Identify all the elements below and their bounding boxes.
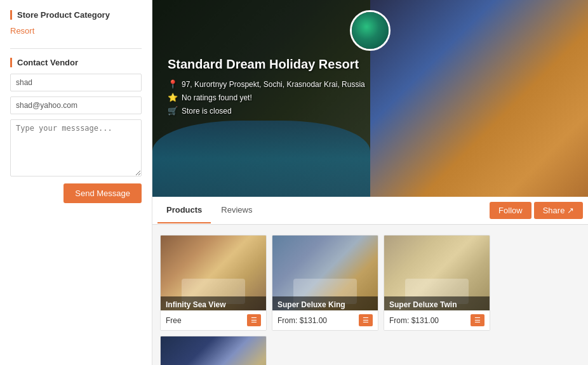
send-message-button[interactable]: Send Message: [63, 183, 142, 203]
category-title: Store Product Category: [10, 10, 142, 20]
hero-banner: Standard Dream Holiday Resort 📍 97, Kuro…: [152, 0, 588, 197]
product-menu-button-3[interactable]: ☰: [471, 314, 484, 326]
product-footer-2: From: $131.00 ☰: [272, 310, 378, 330]
tabs-bar: Products Reviews Follow Share ↗: [152, 197, 588, 225]
product-card-2[interactable]: Super Deluxe King From: $131.00 ☰: [272, 235, 378, 331]
store-name: Standard Dream Holiday Resort: [168, 57, 359, 72]
tabs-actions: Follow Share ↗: [490, 202, 583, 219]
store-ratings-item: ⭐ No ratings found yet!: [168, 93, 365, 102]
product-name-2: Super Deluxe King: [272, 296, 378, 310]
location-icon: 📍: [168, 79, 178, 89]
product-image-1: Infinity Sea View: [161, 236, 266, 310]
product-card-1[interactable]: Infinity Sea View Free ☰: [160, 235, 267, 331]
product-image-3: Super Deluxe Twin: [384, 236, 490, 310]
cart-icon: 🛒: [168, 106, 178, 116]
hero-content: Standard Dream Holiday Resort 📍 97, Kuro…: [152, 0, 588, 197]
tab-products[interactable]: Products: [157, 197, 211, 223]
sidebar-divider: [10, 48, 142, 49]
product-card-4[interactable]: Panorama Ocean Suite From: $544.00 ☰: [160, 336, 267, 365]
product-menu-button-1[interactable]: ☰: [247, 314, 261, 326]
category-link[interactable]: Resort: [10, 26, 34, 36]
contact-form: Send Message: [10, 74, 142, 203]
share-button[interactable]: Share ↗: [534, 202, 583, 219]
category-section: Store Product Category Resort: [10, 10, 142, 36]
follow-button[interactable]: Follow: [490, 202, 531, 219]
product-image-4: Panorama Ocean Suite: [161, 336, 266, 365]
store-ratings: No ratings found yet!: [182, 93, 252, 102]
product-name-3: Super Deluxe Twin: [384, 296, 490, 310]
star-icon: ⭐: [168, 93, 178, 102]
product-price-1: Free: [166, 316, 182, 325]
sidebar: Store Product Category Resort Contact Ve…: [0, 0, 152, 365]
products-grid: Infinity Sea View Free ☰ Super Deluxe Ki…: [152, 225, 588, 365]
store-avatar: [350, 10, 391, 51]
contact-message-input[interactable]: [10, 119, 142, 176]
store-address-item: 📍 97, Kurortnyy Prospekt, Sochi, Krasnod…: [168, 79, 365, 89]
contact-section: Contact Vendor Send Message: [10, 58, 142, 203]
product-footer-1: Free ☰: [161, 310, 266, 330]
store-status-item: 🛒 Store is closed: [168, 106, 365, 116]
store-status: Store is closed: [182, 107, 232, 116]
main-content: Standard Dream Holiday Resort 📍 97, Kuro…: [152, 0, 588, 365]
store-info: 📍 97, Kurortnyy Prospekt, Sochi, Krasnod…: [168, 79, 365, 119]
product-name-1: Infinity Sea View: [161, 296, 266, 310]
contact-name-input[interactable]: [10, 74, 142, 91]
avatar-image: [352, 12, 389, 49]
tab-reviews[interactable]: Reviews: [212, 197, 261, 223]
product-price-2: From: $131.00: [277, 316, 327, 325]
product-footer-3: From: $131.00 ☰: [384, 310, 490, 330]
product-price-3: From: $131.00: [389, 316, 439, 325]
store-address: 97, Kurortnyy Prospekt, Sochi, Krasnodar…: [182, 80, 365, 89]
product-image-2: Super Deluxe King: [272, 236, 378, 310]
product-menu-button-2[interactable]: ☰: [359, 314, 373, 326]
contact-email-input[interactable]: [10, 96, 142, 114]
contact-title: Contact Vendor: [10, 58, 142, 67]
product-card-3[interactable]: Super Deluxe Twin From: $131.00 ☰: [384, 235, 490, 331]
